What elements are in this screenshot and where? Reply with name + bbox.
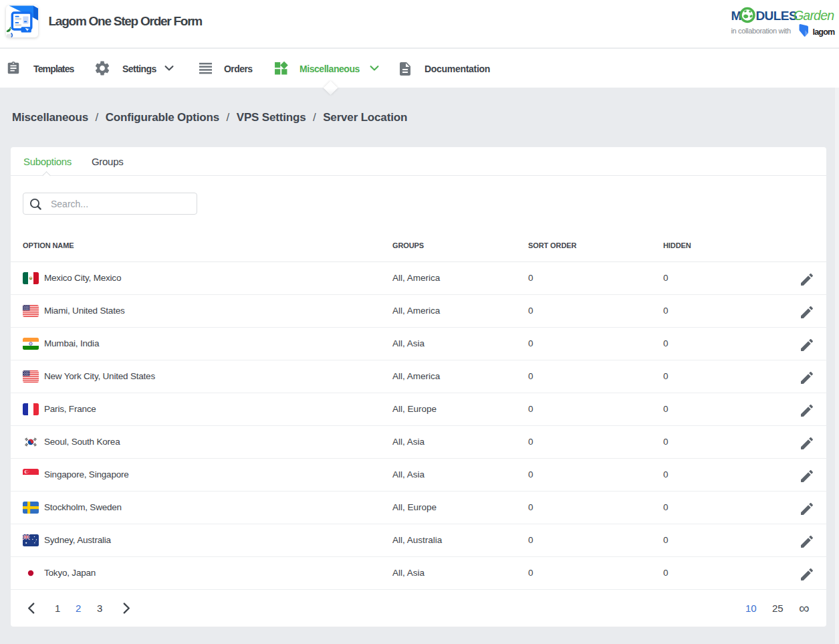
svg-text:DULES: DULES (755, 9, 797, 23)
svg-text:lagom: lagom (813, 27, 835, 37)
svg-text:in collaboration with: in collaboration with (731, 27, 791, 35)
svg-text:Garden: Garden (794, 8, 834, 23)
